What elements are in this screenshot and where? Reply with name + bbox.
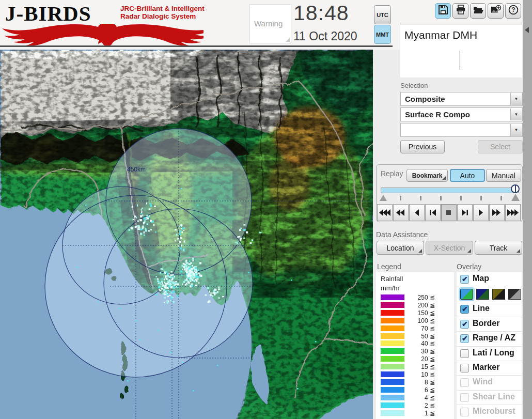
slider-tick [400, 196, 401, 200]
legend-value: 70 ≦ [406, 325, 435, 332]
check-icon: ✔ [462, 305, 468, 313]
overlay-item-label: Map [473, 274, 489, 283]
legend-color-swatch [381, 364, 404, 369]
playback-controls [377, 204, 522, 222]
check-icon: ✔ [462, 320, 468, 328]
slider-tick [420, 196, 421, 200]
legend-row: 2 ≦ [376, 402, 454, 410]
overlay-item-wind: Wind [457, 375, 522, 390]
map-style-swatch-3[interactable] [492, 289, 505, 300]
warning-box[interactable]: Warning [249, 4, 291, 43]
slider-start-marker-icon[interactable] [380, 195, 387, 201]
legend-color-swatch [381, 318, 404, 323]
rewind-fastest-button[interactable] [377, 204, 393, 221]
slider-end-marker-icon[interactable] [511, 194, 520, 201]
legend-value: 2 ≦ [406, 402, 435, 409]
overlay-item-line: ✔Line [457, 302, 522, 317]
text-caret [460, 51, 460, 70]
legend-row: 40 ≦ [376, 340, 454, 348]
site-name-box[interactable]: Myanmar DMH [400, 25, 522, 77]
checkbox-marker[interactable] [460, 364, 469, 373]
open-folder-button[interactable] [470, 3, 486, 19]
save-button[interactable] [435, 3, 451, 19]
replay-slider-thumb[interactable] [511, 184, 520, 193]
checkbox-lati-long[interactable] [460, 349, 469, 358]
chevron-down-icon[interactable]: ▼ [510, 93, 522, 105]
legend-value: 40 ≦ [406, 340, 435, 347]
rainfall-legend: Rainfall mm/hr 250 ≦200 ≦150 ≦100 ≦70 ≦5… [376, 272, 454, 419]
overlay-label: Overlay [457, 262, 481, 271]
legend-row: 150 ≦ [376, 309, 454, 317]
step-backward-button[interactable] [425, 204, 441, 221]
play-forward-button[interactable] [473, 204, 489, 221]
legend-value: 250 ≦ [406, 294, 435, 301]
overlay-item-label: Shear Line [473, 392, 515, 401]
forward-fastest-button[interactable] [505, 204, 521, 221]
print-icon [456, 5, 466, 17]
legend-value: 1 ≦ [406, 410, 435, 417]
panel-edge-strip [523, 0, 532, 419]
timezone-utc-button[interactable]: UTC [374, 5, 391, 24]
step-forward-button[interactable] [457, 204, 473, 221]
app-logo-subtitle: JRC-Brilliant & Intelligent Radar Dialog… [120, 5, 205, 20]
slider-tick [440, 196, 442, 200]
overlay-item-label: Wind [473, 377, 493, 386]
add-image-button[interactable] [488, 3, 504, 19]
menu-corner-icon [418, 249, 422, 253]
rewind-fast-button[interactable] [393, 204, 409, 221]
open-folder-icon [473, 5, 484, 17]
checkbox-map[interactable]: ✔ [460, 275, 469, 284]
site-name: Myanmar DMH [404, 29, 477, 41]
checkbox-line[interactable]: ✔ [460, 305, 469, 314]
legend-color-swatch [381, 294, 404, 300]
legend-color-swatch [381, 371, 404, 377]
range-ring-label: 450km [127, 166, 146, 173]
play-backward-button[interactable] [409, 204, 425, 221]
map-style-swatch-4[interactable] [508, 289, 521, 300]
checkbox-range-az[interactable]: ✔ [460, 334, 469, 343]
overlay-item-label: Microburst [473, 407, 515, 416]
checkbox-shear-line [460, 393, 469, 402]
auto-mode-button[interactable]: Auto [450, 169, 485, 182]
legend-value: 10 ≦ [406, 371, 435, 378]
previous-button[interactable]: Previous [400, 140, 445, 153]
eagle-logo-icon [1, 21, 204, 45]
legend-row: 10 ≦ [376, 371, 454, 379]
legend-row: 15 ≦ [376, 363, 454, 371]
chevron-down-icon[interactable]: ▼ [510, 124, 522, 136]
overlay-item-range-az: ✔Range / AZ [457, 331, 522, 346]
overlay-item-label: Lati / Long [473, 348, 514, 358]
product-option-dropdown[interactable]: ▼ [400, 123, 523, 137]
legend-color-swatch [381, 410, 404, 416]
replay-slider-track[interactable] [381, 188, 519, 193]
collapse-panel-icon[interactable] [525, 27, 529, 33]
select-button[interactable]: Select [478, 140, 523, 153]
product-name-dropdown[interactable]: Surface R Compo ▼ [400, 107, 523, 121]
checkbox-wind [460, 378, 469, 387]
product-type-dropdown[interactable]: Composite ▼ [400, 92, 523, 106]
x-section-button[interactable]: X-Section [426, 241, 473, 255]
manual-mode-button[interactable]: Manual [486, 169, 521, 182]
legend-title: Rainfall [381, 275, 403, 283]
print-button[interactable] [452, 3, 468, 19]
bookmark-button[interactable]: Bookmark [406, 169, 448, 182]
checkbox-border[interactable]: ✔ [460, 320, 469, 329]
map-style-swatch-1[interactable] [460, 289, 473, 300]
stop-button[interactable] [441, 204, 457, 221]
overlay-item-map: ✔Map [457, 272, 522, 287]
radar-map[interactable]: 450km [0, 50, 373, 419]
chevron-down-icon[interactable]: ▼ [510, 108, 522, 120]
data-assistance-label: Data Assistance [376, 230, 428, 239]
track-button[interactable]: Track [475, 241, 522, 255]
help-button[interactable]: ? [505, 3, 521, 19]
map-style-swatch-2[interactable] [476, 289, 489, 300]
menu-corner-icon [467, 249, 471, 253]
slider-tick [500, 196, 502, 200]
dropdown-value: Composite [405, 95, 445, 103]
resize-grip-icon[interactable] [286, 38, 290, 42]
timezone-mmt-button[interactable]: MMT [374, 25, 391, 44]
location-button[interactable]: Location [377, 241, 424, 255]
legend-color-swatch [381, 387, 404, 393]
legend-value: 50 ≦ [406, 333, 435, 340]
forward-fast-button[interactable] [489, 204, 505, 221]
